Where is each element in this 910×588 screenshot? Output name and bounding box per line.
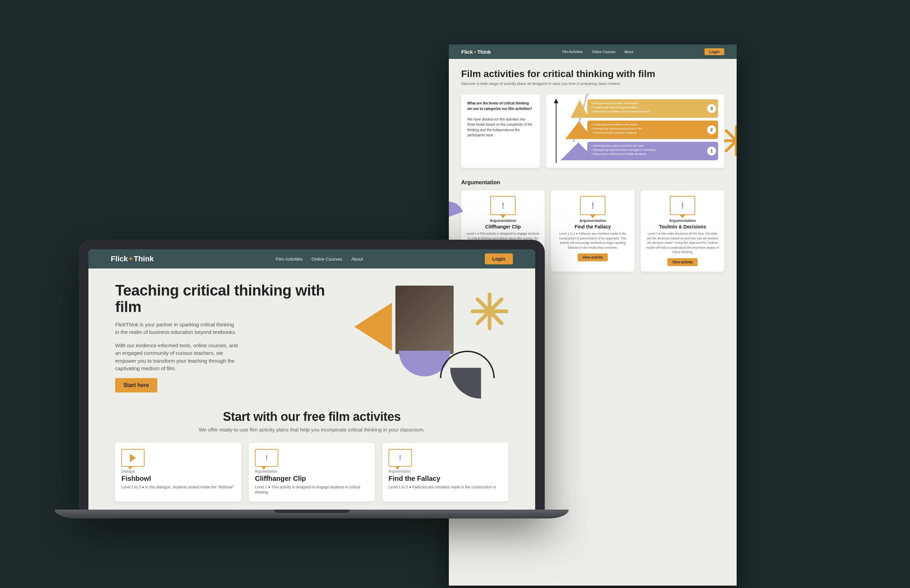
main-nav: Film Activities Online Courses About — [276, 257, 363, 262]
header: Flick+Think Film Activities Online Cours… — [88, 249, 535, 268]
card-tag: Argumentation — [255, 470, 369, 473]
start-here-button[interactable]: Start here — [115, 378, 157, 393]
activity-card[interactable]: ! Argumentation Find the Fallacy Level 1… — [551, 191, 635, 271]
main-nav: Film Activities Online Courses About — [562, 50, 633, 54]
card-title: Cliffhanger Clip — [466, 224, 540, 229]
hero-paragraph-2: With our evidence-informed tools, online… — [115, 342, 238, 373]
hero-photo — [395, 286, 453, 354]
burst-icon — [471, 292, 508, 330]
card-title: Find the Fallacy — [556, 224, 630, 229]
activity-card[interactable]: Dialogue Fishbowl Level 2 to 3 ● In this… — [115, 443, 241, 501]
level-badge: 1 — [707, 147, 716, 155]
view-activity-button[interactable]: View activity — [667, 258, 698, 266]
logo[interactable]: Flick+Think — [461, 49, 491, 55]
card-desc: Level 1 ● This activity is designed to e… — [255, 485, 369, 495]
card-tag: Argumentation — [389, 470, 502, 473]
quarter-icon — [450, 368, 481, 399]
nav-online-courses[interactable]: Online Courses — [592, 50, 615, 54]
card-tag: Argumentation — [556, 218, 630, 223]
nav-film-activities[interactable]: Film Activities — [562, 50, 583, 54]
level-badge: 3 — [707, 104, 716, 113]
section-title: Start with our free film activites — [115, 410, 508, 424]
nav-film-activities[interactable]: Film Activities — [276, 257, 303, 262]
argumentation-icon: ! — [580, 196, 606, 215]
logo[interactable]: Flick+Think — [111, 254, 154, 263]
card-desc: Level 1 to 2 ● Fallacies are mistakes ma… — [389, 485, 502, 490]
activity-card[interactable]: Argumentation Find the Fallacy Level 1 t… — [382, 443, 508, 501]
login-button[interactable]: Login — [704, 48, 724, 55]
nav-online-courses[interactable]: Online Courses — [311, 257, 342, 262]
nav-about[interactable]: About — [624, 50, 633, 54]
card-desc: Level 1 to 2 ● Fallacies are mistakes ma… — [556, 231, 630, 250]
svg-marker-9 — [554, 99, 558, 103]
hero-illustration — [364, 282, 508, 392]
card-desc: Level 1 ● We make decisions all the time… — [646, 231, 719, 255]
levels-explainer: What are the levels of critical thinking… — [461, 95, 540, 168]
axis-arrow-icon: Simplicity vs. independency & complex th… — [552, 99, 560, 164]
login-button[interactable]: Login — [485, 254, 513, 264]
argumentation-icon — [255, 449, 278, 467]
activity-card[interactable]: ! Argumentation Toulmin & Decisions Leve… — [641, 191, 724, 271]
card-title: Cliffhanger Clip — [255, 475, 369, 483]
argumentation-icon: ! — [670, 196, 695, 215]
hero-paragraph-1: FlickThink is your partner in sparking c… — [115, 321, 238, 336]
header: Flick+Think Film Activities Online Cours… — [449, 45, 737, 59]
dialogue-icon — [121, 449, 144, 467]
card-title: Toulmin & Decisions — [646, 224, 719, 229]
page-title: Film activities for critical thinking wi… — [461, 68, 724, 79]
level-badge: 2 — [707, 125, 716, 134]
nav-about[interactable]: About — [351, 257, 363, 262]
section-argumentation: Argumentation — [461, 179, 724, 186]
card-title: Fishbowl — [121, 475, 235, 483]
argumentation-icon — [389, 449, 412, 467]
activity-card[interactable]: Argumentation Cliffhanger Clip Level 1 ●… — [249, 443, 375, 501]
card-title: Find the Fallacy — [389, 475, 502, 483]
laptop-mockup: Flick+Think Film Activities Online Cours… — [79, 240, 545, 519]
view-activity-button[interactable]: View activity — [578, 254, 608, 261]
card-desc: Level 2 to 3 ● In this dialogue, student… — [121, 485, 235, 490]
section-subtitle: We offer ready-to-use film activity plan… — [115, 427, 508, 433]
page-subtitle: Discover a wide range of activitiy plans… — [461, 81, 724, 86]
card-tag: Argumentation — [466, 218, 540, 223]
levels-chart: Simplicity vs. independency & complex th… — [546, 95, 724, 168]
hero-title: Teaching critical thinking with film — [115, 282, 351, 315]
card-tag: Dialogue — [121, 470, 235, 473]
card-tag: Argumentation — [646, 218, 719, 223]
argumentation-icon: ! — [490, 196, 516, 215]
triangle-icon — [354, 303, 392, 351]
